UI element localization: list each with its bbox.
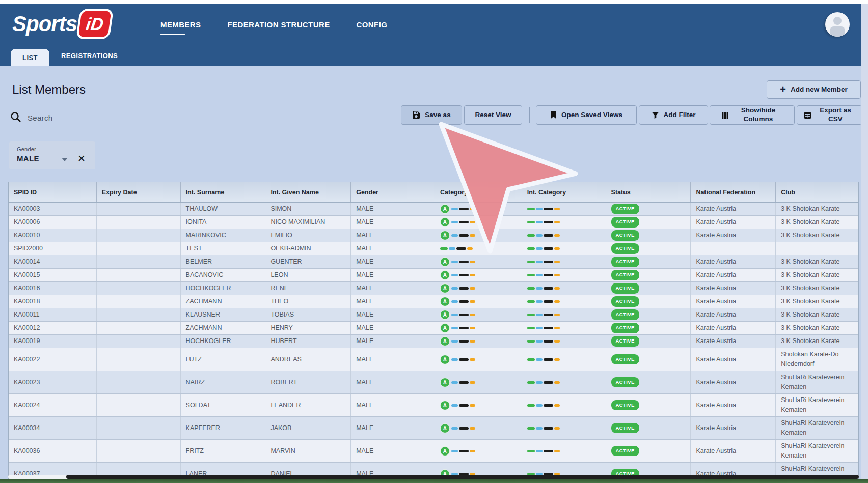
cell-gender: MALE bbox=[351, 216, 435, 229]
column-header-int-surname[interactable]: Int. Surname bbox=[181, 182, 266, 202]
category-bar-segment bbox=[554, 261, 560, 263]
cell-expiry-date bbox=[97, 417, 181, 439]
table-row[interactable]: KA00010MARINKOVICEMILIOMALEAACTIVEKarate… bbox=[9, 229, 858, 242]
category-bar-segment bbox=[451, 274, 458, 276]
add-filter-button[interactable]: Add Filter bbox=[639, 105, 708, 125]
add-new-member-button[interactable]: + Add new Member bbox=[767, 80, 861, 99]
table-row[interactable]: KA00018ZACHMANNTHEOMALEAACTIVEKarate Aus… bbox=[9, 295, 858, 308]
category-a-circle: A bbox=[440, 323, 450, 333]
cell-club: 3 K Shotokan Karate bbox=[776, 216, 858, 229]
category-bar-segment bbox=[459, 234, 469, 237]
cell-spid-id: KA00006 bbox=[9, 216, 97, 229]
category-bar-segment bbox=[554, 300, 560, 303]
cell-expiry-date bbox=[97, 440, 181, 462]
column-header-expiry-date[interactable]: Expiry Date bbox=[97, 182, 181, 202]
table-row[interactable]: KA00036FRITZMARVINMALEAACTIVEKarate Aust… bbox=[9, 440, 858, 463]
column-header-status[interactable]: Status bbox=[606, 182, 691, 202]
nav-item-federation-structure[interactable]: FEDERATION STRUCTURE bbox=[227, 13, 330, 36]
table-row[interactable]: KA00011KLAUSNERTOBIASMALEAACTIVEKarate A… bbox=[9, 308, 858, 322]
category-bar-segment bbox=[554, 327, 560, 329]
show-hide-columns-button[interactable]: Show/hide Columns bbox=[710, 105, 795, 125]
cell-int-surname: HOCHKOGLER bbox=[181, 335, 266, 348]
column-header-int-given-name[interactable]: Int. Given Name bbox=[265, 182, 351, 202]
cell-category: A bbox=[435, 203, 522, 215]
table-row[interactable]: KA00014BELMERGUENTERMALEAACTIVEKarate Au… bbox=[9, 255, 858, 269]
category-bar-segment bbox=[459, 314, 469, 316]
column-header-int-category[interactable]: Int. Category bbox=[522, 182, 606, 202]
cell-int-given-name: OEKB-ADMIN bbox=[265, 242, 351, 255]
category-bars bbox=[527, 427, 560, 430]
table-row[interactable]: KA00006IONITANICO MAXIMILIANMALEAACTIVEK… bbox=[9, 216, 858, 229]
table-row[interactable]: KA00024SOLDATLEANDERMALEAACTIVEKarate Au… bbox=[9, 394, 858, 417]
page-title: List Members bbox=[12, 82, 86, 97]
column-header-spid-id[interactable]: SPID ID bbox=[9, 182, 97, 202]
export-csv-button[interactable]: Export as CSV bbox=[797, 105, 862, 125]
reset-view-button[interactable]: Reset View bbox=[464, 105, 522, 125]
column-header-national-federation[interactable]: National Federation bbox=[691, 182, 776, 202]
category-a-circle: A bbox=[440, 336, 450, 346]
cell-status: ACTIVE bbox=[606, 282, 691, 295]
cell-national-federation: Karate Austria bbox=[691, 203, 776, 215]
table-row[interactable]: KA00022LUTZANDREASMALEAACTIVEKarate Aust… bbox=[9, 348, 858, 371]
cell-int-category bbox=[522, 335, 606, 348]
category-bar-segment bbox=[459, 427, 469, 430]
status-badge: ACTIVE bbox=[611, 296, 639, 306]
column-header-category[interactable]: Category bbox=[435, 182, 522, 202]
table-row[interactable]: KA00019HOCHKOGLERHUBERTMALEAACTIVEKarate… bbox=[9, 335, 858, 348]
table-row[interactable]: SPID2000TESTOEKB-ADMINMALEACTIVE bbox=[9, 242, 858, 255]
table-row[interactable]: KA00015BACANOVICLEONMALEAACTIVEKarate Au… bbox=[9, 269, 858, 282]
category-bar-segment bbox=[544, 381, 553, 384]
cell-int-given-name: JAKOB bbox=[265, 417, 351, 439]
vertical-scrollbar-gutter[interactable] bbox=[861, 0, 868, 483]
cell-spid-id: KA00024 bbox=[9, 394, 97, 416]
category-badge-a: A bbox=[440, 423, 475, 433]
tab-registrations[interactable]: REGISTRATIONS bbox=[61, 45, 118, 66]
table-row[interactable]: KA00003THAULOWSIMONMALEAACTIVEKarate Aus… bbox=[9, 203, 858, 216]
chevron-down-icon[interactable] bbox=[62, 158, 68, 161]
save-as-button[interactable]: Save as bbox=[401, 105, 462, 125]
nav-item-members[interactable]: MEMBERS bbox=[160, 13, 201, 36]
table-row[interactable]: KA00023NAIRZROBERTMALEAACTIVEKarate Aust… bbox=[9, 371, 858, 394]
cell-spid-id: KA00016 bbox=[9, 282, 97, 295]
tab-list[interactable]: LIST bbox=[11, 49, 49, 66]
cell-national-federation: Karate Austria bbox=[691, 216, 776, 229]
cell-int-given-name: SIMON bbox=[265, 203, 351, 215]
cell-club: 3 K Shotokan Karate bbox=[776, 295, 858, 308]
category-badge-a: A bbox=[440, 323, 475, 333]
category-bar-segment bbox=[440, 247, 448, 250]
nav-item-config[interactable]: CONFIG bbox=[357, 13, 388, 36]
brand-logo-badge: iD bbox=[76, 9, 114, 39]
category-bar-segment bbox=[451, 404, 458, 407]
column-header-gender[interactable]: Gender bbox=[351, 182, 435, 202]
column-header-club[interactable]: Club bbox=[776, 182, 858, 202]
cell-int-surname: LUTZ bbox=[181, 348, 266, 371]
table-row[interactable]: KA00016HOCHKOGLERRENEMALEAACTIVEKarate A… bbox=[9, 282, 858, 295]
open-saved-views-button[interactable]: Open Saved Views bbox=[536, 105, 637, 125]
cell-spid-id: KA00012 bbox=[9, 322, 97, 334]
category-bar-segment bbox=[527, 450, 535, 452]
cell-gender: MALE bbox=[351, 269, 435, 281]
status-badge: ACTIVE bbox=[611, 336, 639, 346]
cell-status: ACTIVE bbox=[606, 229, 691, 242]
cell-status: ACTIVE bbox=[606, 371, 691, 393]
search-input[interactable] bbox=[28, 109, 157, 126]
brand-logo[interactable]: Sports iD bbox=[12, 9, 112, 39]
cell-status: ACTIVE bbox=[606, 440, 691, 462]
cell-category: A bbox=[435, 417, 522, 439]
category-bar-segment bbox=[459, 274, 469, 276]
status-badge: ACTIVE bbox=[611, 230, 639, 240]
cell-gender: MALE bbox=[351, 295, 435, 308]
cell-int-surname: BACANOVIC bbox=[181, 269, 266, 281]
filter-chip-gender[interactable]: Gender MALE ✕ bbox=[9, 141, 95, 169]
category-badge-a: A bbox=[440, 283, 475, 293]
category-badge-a: A bbox=[440, 231, 475, 240]
user-avatar[interactable] bbox=[825, 12, 850, 37]
table-row[interactable]: KA00034KAPFERERJAKOBMALEAACTIVEKarate Au… bbox=[9, 417, 858, 440]
remove-filter-icon[interactable]: ✕ bbox=[77, 153, 86, 164]
horizontal-scrollbar-thumb[interactable] bbox=[66, 475, 859, 479]
category-bars bbox=[527, 208, 560, 210]
table-row[interactable]: KA00012ZACHMANNHENRYMALEAACTIVEKarate Au… bbox=[9, 322, 858, 335]
main-nav: MEMBERS FEDERATION STRUCTURE CONFIG bbox=[160, 4, 387, 45]
horizontal-scrollbar-track bbox=[8, 475, 859, 479]
category-bar-segment bbox=[459, 450, 469, 452]
